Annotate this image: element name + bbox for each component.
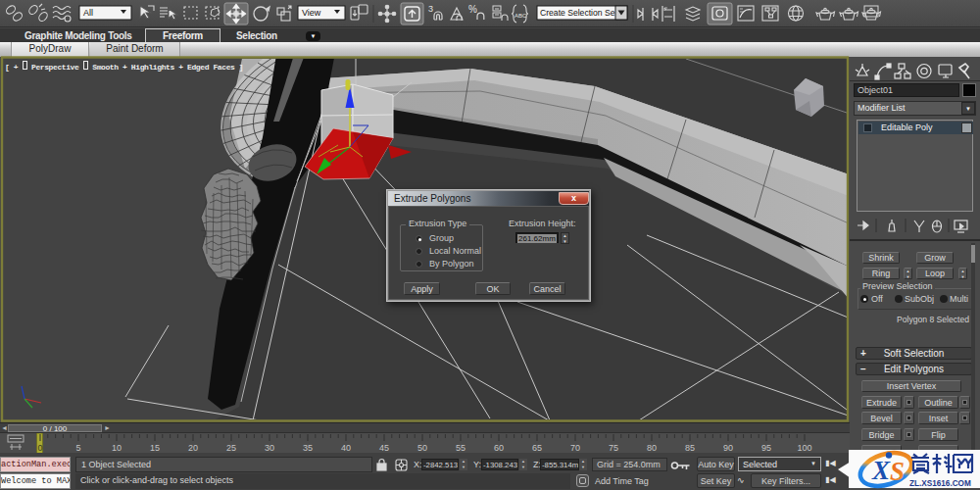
- svg-text:25: 25: [226, 443, 236, 453]
- svg-text:70: 70: [570, 443, 580, 453]
- svg-text:95: 95: [761, 443, 771, 453]
- svg-text:0: 0: [37, 443, 42, 453]
- svg-text:5: 5: [75, 443, 80, 453]
- svg-text:15: 15: [150, 443, 160, 453]
- svg-text:S: S: [890, 457, 905, 486]
- svg-text:85: 85: [685, 443, 695, 453]
- svg-text:35: 35: [303, 443, 313, 453]
- svg-text:45: 45: [379, 443, 389, 453]
- svg-text:90: 90: [723, 443, 733, 453]
- svg-text:50: 50: [417, 443, 427, 453]
- svg-text:80: 80: [647, 443, 657, 453]
- svg-text:60: 60: [494, 443, 504, 453]
- svg-text:75: 75: [609, 443, 618, 453]
- svg-text:10: 10: [112, 443, 122, 453]
- svg-text:20: 20: [188, 443, 198, 453]
- svg-text:X: X: [871, 456, 891, 485]
- svg-text:ZL.XS1616.COM: ZL.XS1616.COM: [909, 479, 971, 488]
- svg-text:40: 40: [341, 443, 351, 453]
- svg-text:55: 55: [456, 443, 466, 453]
- svg-text:30: 30: [265, 443, 274, 453]
- svg-text:65: 65: [532, 443, 542, 453]
- svg-text:100: 100: [797, 443, 811, 453]
